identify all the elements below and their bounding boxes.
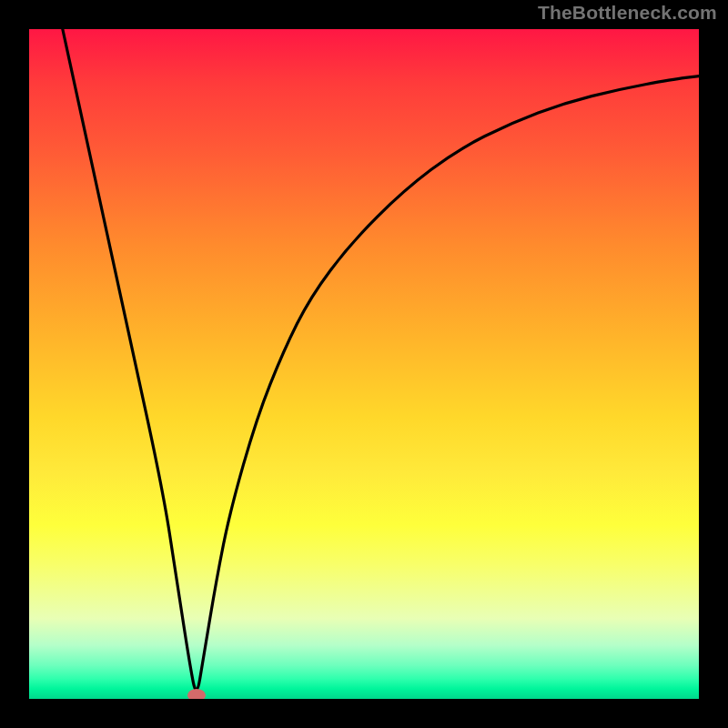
bottleneck-curve <box>63 29 699 690</box>
attribution-label: TheBottleneck.com <box>538 2 717 24</box>
minimum-marker <box>187 689 206 699</box>
plot-area <box>29 29 699 699</box>
chart-frame: TheBottleneck.com <box>0 0 728 728</box>
plot-svg <box>29 29 699 699</box>
